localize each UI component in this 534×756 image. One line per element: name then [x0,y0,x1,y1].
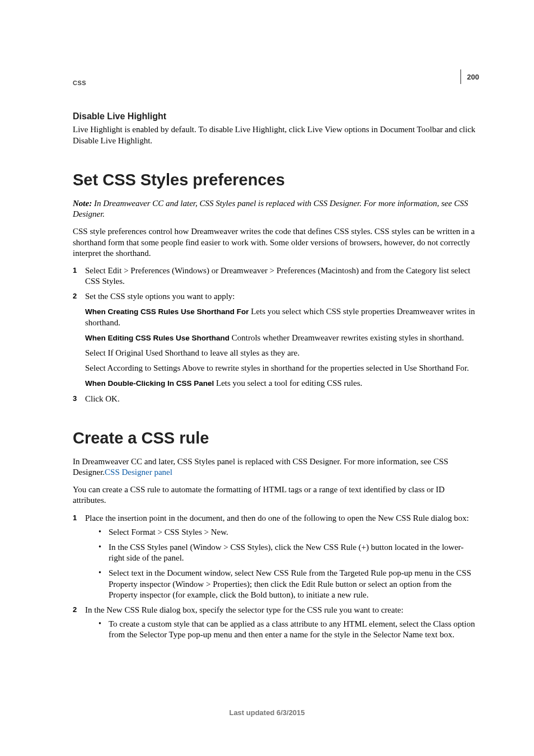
running-head: CSS [73,80,86,86]
intro-create-css-rule-1: In Dreamweaver CC and later, CSS Styles … [73,456,479,478]
note-set-css-styles: Note: In Dreamweaver CC and later, CSS S… [73,198,479,220]
def-when-double-click: When Double-Clicking In CSS Panel Lets y… [85,378,479,389]
step-number: 1 [73,265,77,276]
def-body: Lets you select a tool for editing CSS r… [216,379,362,388]
step-3: 3 Click OK. [73,394,479,404]
step-text: Set the CSS style options you want to ap… [85,292,235,301]
footer-last-updated: Last updated 6/3/2015 [0,708,534,717]
step-text: Place the insertion point in the documen… [85,514,469,522]
intro-create-css-rule-2: You can create a CSS rule to automate th… [73,484,479,506]
step-2: 2 In the New CSS Rule dialog box, specif… [73,605,479,641]
step-2: 2 Set the CSS style options you want to … [73,291,479,389]
bullet-item: Select Format > CSS Styles > New. [99,527,479,538]
link-css-designer-panel[interactable]: CSS Designer panel [105,468,172,477]
page: CSS 200 Disable Live Highlight Live High… [0,0,534,756]
bullet-item: To create a custom style that can be app… [99,619,479,640]
def-label: When Creating CSS Rules Use Shorthand Fo… [85,307,251,316]
note-body: In Dreamweaver CC and later, CSS Styles … [73,199,468,218]
step-text: Select Edit > Preferences (Windows) or D… [85,266,470,286]
page-number-wrap: 200 [460,69,479,84]
step-1: 1 Place the insertion point in the docum… [73,513,479,600]
def-label: When Editing CSS Rules Use Shorthand [85,334,232,342]
def-label: When Double-Clicking In CSS Panel [85,379,216,388]
para-if-original: Select If Original Used Shorthand to lea… [85,348,479,358]
def-when-editing: When Editing CSS Rules Use Shorthand Con… [85,333,479,343]
bullets-step-2: To create a custom style that can be app… [99,619,479,640]
page-content: Disable Live Highlight Live Highlight is… [73,111,479,641]
step-number: 2 [73,605,77,615]
heading-set-css-styles-preferences: Set CSS Styles preferences [73,170,479,190]
step-text: Click OK. [85,394,120,403]
step-number: 3 [73,394,77,404]
heading-create-css-rule: Create a CSS rule [73,428,479,449]
page-number: 200 [467,73,479,81]
steps-create-css-rule: 1 Place the insertion point in the docum… [73,513,479,641]
subhead-disable-live-highlight: Disable Live Highlight [73,111,479,122]
bullets-step-1: Select Format > CSS Styles > New. In the… [99,527,479,600]
intro-set-css-styles: CSS style preferences control how Dreamw… [73,226,479,259]
steps-set-css-styles: 1 Select Edit > Preferences (Windows) or… [73,265,479,404]
step-number: 1 [73,513,77,523]
note-label: Note: [73,199,94,208]
step-number: 2 [73,291,77,301]
para-disable-live-highlight: Live Highlight is enabled by default. To… [73,124,479,146]
bullet-item: In the CSS Styles panel (Window > CSS St… [99,542,479,563]
def-when-creating: When Creating CSS Rules Use Shorthand Fo… [85,306,479,328]
step-text: In the New CSS Rule dialog box, specify … [85,605,404,614]
bullet-item: Select text in the Document window, sele… [99,568,479,600]
def-body: Controls whether Dreamweaver rewrites ex… [232,333,464,342]
step-1: 1 Select Edit > Preferences (Windows) or… [73,265,479,287]
para-according-to: Select According to Settings Above to re… [85,363,479,374]
